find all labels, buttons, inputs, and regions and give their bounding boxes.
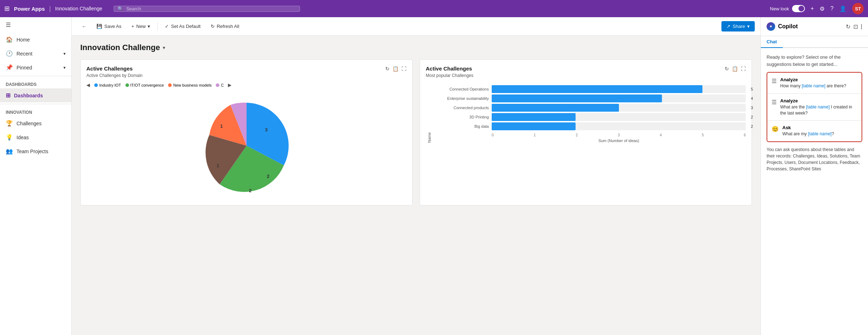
suggestion-item-1[interactable]: ☰ Analyze What are the [table name] I cr…: [767, 94, 862, 121]
bar-label-0: Connected Operations: [431, 87, 489, 91]
recent-expand-icon[interactable]: ▾: [63, 51, 66, 56]
bar-report-icon[interactable]: 📋: [732, 66, 738, 72]
suggestion-text-1: What are the [table name] I created in t…: [780, 104, 857, 116]
copilot-body: Ready to explore? Select one of the sugg…: [761, 48, 868, 335]
sidebar-toggle[interactable]: ☰: [0, 17, 71, 33]
back-button[interactable]: ←: [77, 21, 91, 31]
suggestion-link-2[interactable]: [table name]: [808, 131, 831, 136]
bar-fill-0: [492, 85, 702, 93]
recent-icon: 🕐: [6, 50, 13, 57]
axis-tick-4: 4: [660, 133, 662, 137]
bar-track-3: 2: [492, 113, 746, 121]
add-icon[interactable]: +: [811, 5, 814, 12]
dashboards-section-label: Dashboards: [0, 78, 71, 88]
set-default-icon: ✓: [165, 24, 169, 29]
new-button[interactable]: + New ▾: [127, 21, 155, 31]
user-avatar[interactable]: ST: [852, 3, 864, 14]
innovation-section-label: Innovation: [0, 106, 71, 116]
bar-row-0: Connected Operations 5: [431, 85, 746, 93]
pie-refresh-icon[interactable]: ↻: [385, 66, 390, 72]
sidebar-item-pinned[interactable]: 📌 Pinned ▾: [0, 60, 71, 74]
pie-report-icon[interactable]: 📋: [392, 66, 399, 72]
home-icon: 🏠: [6, 36, 13, 43]
legend-prev-icon[interactable]: ◀: [86, 82, 90, 88]
sidebar-dashboards-label: Dashboards: [14, 93, 43, 98]
bar-expand-icon[interactable]: ⛶: [741, 66, 746, 72]
bar-refresh-icon[interactable]: ↻: [725, 66, 729, 72]
pie-chart-actions: ↻ 📋 ⛶: [385, 66, 406, 72]
copilot-refresh-icon[interactable]: ↻: [846, 23, 850, 30]
pie-chart-header: Active Challenges ↻ 📋 ⛶: [86, 65, 406, 72]
sidebar-item-recent[interactable]: 🕐 Recent ▾: [0, 47, 71, 60]
new-look-switch[interactable]: [792, 5, 805, 12]
page-content: Innovation Challenge ▾ Active Challenges…: [72, 36, 760, 335]
pie-expand-icon[interactable]: ⛶: [401, 66, 406, 72]
new-look-label: New look: [770, 6, 789, 11]
bar-chart-bars: Connected Operations 5 Enterprise sustai…: [431, 85, 746, 130]
share-icon: ↗: [726, 24, 730, 29]
suggestion-link-0[interactable]: [table name]: [802, 83, 825, 88]
person-icon[interactable]: 👤: [839, 5, 846, 12]
copilot-settings-icon[interactable]: ⊡: [853, 23, 858, 30]
new-look-toggle[interactable]: New look: [770, 5, 805, 12]
pinned-expand-icon[interactable]: ▾: [63, 65, 66, 70]
pie-chart-svg: 3 2 1 1 2: [196, 96, 297, 196]
search-input[interactable]: [126, 6, 296, 11]
content-area: ← 💾 Save As + New ▾ ✓ Set As Default ↻ R…: [72, 17, 760, 335]
copilot-close-icon[interactable]: |: [861, 23, 862, 30]
toolbar: ← 💾 Save As + New ▾ ✓ Set As Default ↻ R…: [72, 17, 760, 36]
suggestion-item-2[interactable]: 😊 Ask What are my [table name]?: [767, 121, 862, 141]
legend-item-3: C: [216, 83, 224, 87]
bar-value-3: 2: [751, 115, 753, 119]
pie-label-3: 3: [265, 127, 267, 132]
set-default-button[interactable]: ✓ Set As Default: [161, 21, 205, 31]
suggestion-item-0[interactable]: ☰ Analyze How many [table name] are ther…: [767, 73, 862, 94]
sidebar-item-teamprojects[interactable]: 👥 Team Projects: [0, 144, 71, 158]
bar-chart-actions: ↻ 📋 ⛶: [725, 66, 746, 72]
sidebar-item-home[interactable]: 🏠 Home: [0, 33, 71, 47]
suggestion-link-1[interactable]: [table name]: [806, 105, 830, 110]
top-navigation: ⊞ Power Apps | Innovation Challenge 🔍 Ne…: [0, 0, 868, 17]
legend-label-1: IT/OT convergence: [130, 83, 164, 87]
axis-tick-5: 5: [702, 133, 704, 137]
save-as-button[interactable]: 💾 Save As: [92, 21, 126, 31]
page-title: Innovation Challenge: [80, 43, 160, 52]
pie-chart-container: 3 2 1 1 2: [86, 92, 406, 199]
save-as-icon: 💾: [96, 24, 102, 29]
refresh-all-button[interactable]: ↻ Refresh All: [206, 21, 244, 31]
pie-chart-title: Active Challenges: [86, 65, 133, 72]
suggestion-title-1: Analyze: [780, 98, 857, 103]
copilot-tab-chat[interactable]: Chat: [761, 36, 783, 48]
search-bar[interactable]: 🔍: [114, 6, 300, 12]
page-header: Innovation Challenge ▾: [80, 43, 752, 52]
bar-row-4: Big data 2: [431, 122, 746, 130]
pie-chart-card: Active Challenges ↻ 📋 ⛶ Active Challenge…: [80, 59, 412, 205]
legend-item-2: New business models: [168, 83, 211, 87]
charts-grid: Active Challenges ↻ 📋 ⛶ Active Challenge…: [80, 59, 752, 205]
sidebar-recent-label: Recent: [16, 51, 32, 57]
bar-y-axis-label: Name: [426, 82, 431, 143]
page-title-chevron[interactable]: ▾: [163, 45, 165, 50]
suggestion-content-1: Analyze What are the [table name] I crea…: [780, 98, 857, 116]
new-label: New: [136, 24, 146, 29]
sidebar-item-ideas[interactable]: 💡 Ideas: [0, 130, 71, 144]
grid-menu-icon[interactable]: ⊞: [4, 5, 10, 13]
legend-label-0: Industry IOT: [99, 83, 121, 87]
suggestion-text-0: How many [table name] are there?: [780, 83, 857, 89]
dashboards-icon: ⊞: [6, 92, 10, 99]
bar-track-1: 4: [492, 94, 746, 102]
share-button[interactable]: ↗ Share ▾: [721, 21, 755, 31]
new-icon: +: [132, 24, 134, 29]
bar-chart-subtitle: Most popular Challenges: [426, 73, 746, 78]
sidebar-challenges-label: Challenges: [16, 121, 42, 126]
legend-next-icon[interactable]: ▶: [228, 82, 232, 88]
sidebar-item-dashboards[interactable]: ⊞ Dashboards: [0, 88, 71, 102]
legend-dot-2: [168, 83, 172, 87]
share-label: Share: [733, 24, 745, 29]
settings-icon[interactable]: ⚙: [820, 5, 825, 12]
bar-track-0: 5: [492, 85, 746, 93]
suggestion-icon-2: 😊: [772, 126, 779, 137]
help-icon[interactable]: ?: [830, 5, 834, 12]
sidebar-item-challenges[interactable]: 🏆 Challenges: [0, 116, 71, 130]
bar-value-0: 5: [751, 87, 753, 91]
